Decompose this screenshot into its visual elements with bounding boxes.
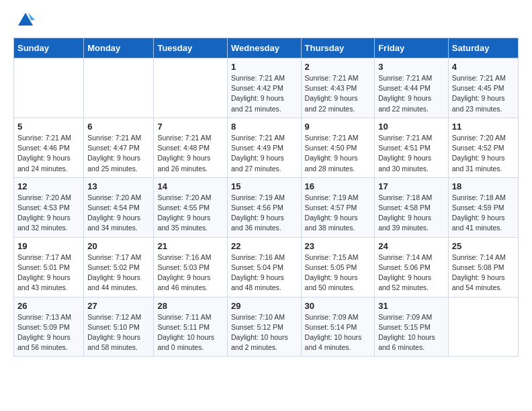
day-number: 15 [231,181,298,191]
weekday-header-sunday: Sunday [14,38,84,58]
svg-marker-1 [28,13,35,20]
day-number: 5 [17,122,80,132]
day-number: 25 [452,241,515,251]
calendar-cell: 26Sunrise: 7:13 AM Sunset: 5:09 PM Dayli… [14,297,84,357]
calendar-cell [84,58,154,118]
day-number: 24 [378,241,445,251]
calendar-cell: 19Sunrise: 7:17 AM Sunset: 5:01 PM Dayli… [14,237,84,297]
day-number: 8 [231,122,298,132]
day-number: 23 [305,241,371,251]
calendar-cell: 27Sunrise: 7:12 AM Sunset: 5:10 PM Dayli… [84,297,154,357]
day-info: Sunrise: 7:14 AM Sunset: 5:08 PM Dayligh… [452,253,515,293]
day-info: Sunrise: 7:16 AM Sunset: 5:03 PM Dayligh… [157,253,224,293]
day-info: Sunrise: 7:11 AM Sunset: 5:11 PM Dayligh… [157,312,224,353]
day-number: 20 [87,241,150,251]
week-row-1: 1Sunrise: 7:21 AM Sunset: 4:42 PM Daylig… [14,58,519,118]
day-number: 28 [157,301,224,311]
day-number: 18 [452,181,515,191]
calendar-cell: 12Sunrise: 7:20 AM Sunset: 4:53 PM Dayli… [14,177,84,237]
day-info: Sunrise: 7:17 AM Sunset: 5:01 PM Dayligh… [17,253,80,293]
day-number: 3 [378,62,445,72]
calendar-cell: 5Sunrise: 7:21 AM Sunset: 4:46 PM Daylig… [14,118,84,177]
day-info: Sunrise: 7:18 AM Sunset: 4:58 PM Dayligh… [378,193,445,234]
day-info: Sunrise: 7:21 AM Sunset: 4:43 PM Dayligh… [305,73,371,114]
day-number: 13 [87,181,150,191]
day-number: 9 [305,122,371,132]
day-number: 2 [305,62,371,72]
day-info: Sunrise: 7:20 AM Sunset: 4:52 PM Dayligh… [452,133,515,174]
calendar-cell: 13Sunrise: 7:20 AM Sunset: 4:54 PM Dayli… [84,177,154,237]
weekday-header-thursday: Thursday [301,38,375,58]
calendar-cell: 6Sunrise: 7:21 AM Sunset: 4:47 PM Daylig… [84,118,154,177]
day-number: 27 [87,301,150,311]
day-info: Sunrise: 7:21 AM Sunset: 4:51 PM Dayligh… [378,133,445,174]
day-info: Sunrise: 7:13 AM Sunset: 5:09 PM Dayligh… [17,312,80,353]
day-number: 17 [378,181,445,191]
day-info: Sunrise: 7:12 AM Sunset: 5:10 PM Dayligh… [87,312,150,353]
day-info: Sunrise: 7:21 AM Sunset: 4:49 PM Dayligh… [231,133,298,174]
calendar-cell: 18Sunrise: 7:18 AM Sunset: 4:59 PM Dayli… [448,177,518,237]
day-info: Sunrise: 7:20 AM Sunset: 4:55 PM Dayligh… [157,193,224,234]
weekday-header-row: SundayMondayTuesdayWednesdayThursdayFrid… [14,38,519,58]
calendar-cell: 14Sunrise: 7:20 AM Sunset: 4:55 PM Dayli… [154,177,228,237]
header [13,11,519,30]
calendar-cell: 22Sunrise: 7:16 AM Sunset: 5:04 PM Dayli… [228,237,302,297]
logo-icon [16,11,35,30]
day-number: 12 [17,181,80,191]
calendar-container: SundayMondayTuesdayWednesdayThursdayFrid… [0,0,532,367]
weekday-header-monday: Monday [84,38,154,58]
calendar-cell: 31Sunrise: 7:09 AM Sunset: 5:15 PM Dayli… [375,297,449,357]
calendar-cell: 15Sunrise: 7:19 AM Sunset: 4:56 PM Dayli… [228,177,302,237]
day-number: 29 [231,301,298,311]
day-number: 14 [157,181,224,191]
day-number: 4 [452,62,515,72]
weekday-header-wednesday: Wednesday [228,38,302,58]
day-info: Sunrise: 7:14 AM Sunset: 5:06 PM Dayligh… [378,253,445,293]
day-number: 11 [452,122,515,132]
calendar-cell: 25Sunrise: 7:14 AM Sunset: 5:08 PM Dayli… [448,237,518,297]
day-info: Sunrise: 7:19 AM Sunset: 4:56 PM Dayligh… [231,193,298,234]
day-info: Sunrise: 7:17 AM Sunset: 5:02 PM Dayligh… [87,253,150,293]
calendar-cell: 23Sunrise: 7:15 AM Sunset: 5:05 PM Dayli… [301,237,375,297]
calendar-cell: 24Sunrise: 7:14 AM Sunset: 5:06 PM Dayli… [375,237,449,297]
day-info: Sunrise: 7:20 AM Sunset: 4:53 PM Dayligh… [17,193,80,234]
day-number: 16 [305,181,371,191]
day-number: 10 [378,122,445,132]
calendar-cell: 17Sunrise: 7:18 AM Sunset: 4:58 PM Dayli… [375,177,449,237]
day-number: 26 [17,301,80,311]
week-row-5: 26Sunrise: 7:13 AM Sunset: 5:09 PM Dayli… [14,297,519,357]
calendar-cell: 21Sunrise: 7:16 AM Sunset: 5:03 PM Dayli… [154,237,228,297]
day-info: Sunrise: 7:21 AM Sunset: 4:50 PM Dayligh… [305,133,371,174]
day-info: Sunrise: 7:20 AM Sunset: 4:54 PM Dayligh… [87,193,150,234]
weekday-header-saturday: Saturday [448,38,518,58]
weekday-header-friday: Friday [375,38,449,58]
calendar-cell: 3Sunrise: 7:21 AM Sunset: 4:44 PM Daylig… [375,58,449,118]
calendar-cell [448,297,518,357]
calendar-cell: 1Sunrise: 7:21 AM Sunset: 4:42 PM Daylig… [228,58,302,118]
calendar-cell: 28Sunrise: 7:11 AM Sunset: 5:11 PM Dayli… [154,297,228,357]
logo [13,11,35,30]
day-number: 19 [17,241,80,251]
day-info: Sunrise: 7:09 AM Sunset: 5:15 PM Dayligh… [378,312,445,353]
day-number: 21 [157,241,224,251]
calendar-cell: 8Sunrise: 7:21 AM Sunset: 4:49 PM Daylig… [228,118,302,177]
calendar-cell [14,58,84,118]
day-info: Sunrise: 7:21 AM Sunset: 4:47 PM Dayligh… [87,133,150,174]
day-number: 22 [231,241,298,251]
calendar-cell [154,58,228,118]
calendar-cell: 10Sunrise: 7:21 AM Sunset: 4:51 PM Dayli… [375,118,449,177]
calendar-cell: 16Sunrise: 7:19 AM Sunset: 4:57 PM Dayli… [301,177,375,237]
day-info: Sunrise: 7:10 AM Sunset: 5:12 PM Dayligh… [231,312,298,353]
week-row-3: 12Sunrise: 7:20 AM Sunset: 4:53 PM Dayli… [14,177,519,237]
day-number: 6 [87,122,150,132]
calendar-cell: 20Sunrise: 7:17 AM Sunset: 5:02 PM Dayli… [84,237,154,297]
day-info: Sunrise: 7:18 AM Sunset: 4:59 PM Dayligh… [452,193,515,234]
day-number: 7 [157,122,224,132]
day-number: 31 [378,301,445,311]
day-info: Sunrise: 7:21 AM Sunset: 4:48 PM Dayligh… [157,133,224,174]
calendar-cell: 9Sunrise: 7:21 AM Sunset: 4:50 PM Daylig… [301,118,375,177]
day-info: Sunrise: 7:21 AM Sunset: 4:42 PM Dayligh… [231,73,298,114]
calendar-cell: 30Sunrise: 7:09 AM Sunset: 5:14 PM Dayli… [301,297,375,357]
day-number: 1 [231,62,298,72]
calendar-cell: 2Sunrise: 7:21 AM Sunset: 4:43 PM Daylig… [301,58,375,118]
